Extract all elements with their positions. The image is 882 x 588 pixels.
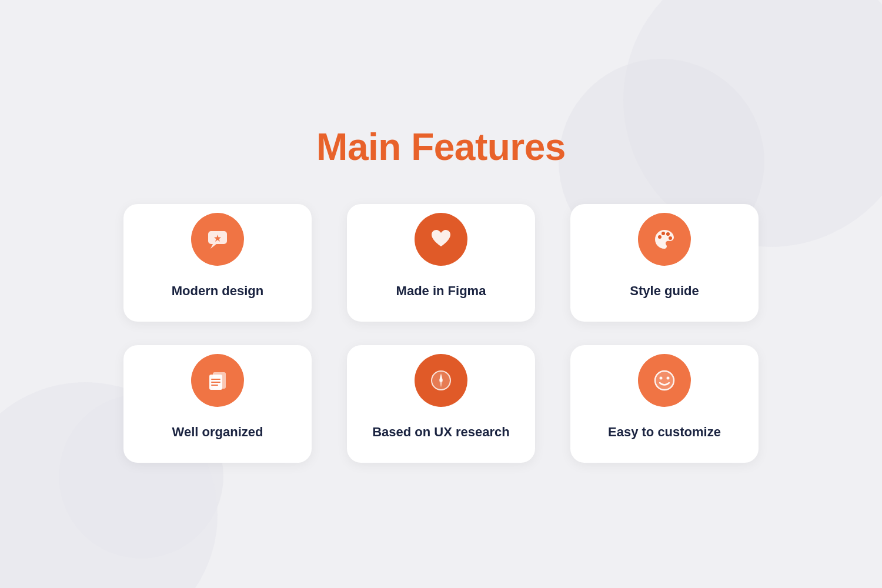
svg-point-3 (662, 232, 665, 235)
feature-card-modern-design: Modern design (123, 204, 312, 322)
feature-card-made-in-figma: Made in Figma (347, 204, 535, 322)
ux-research-icon-circle (415, 354, 467, 407)
feature-card-easy-customize: Easy to customize (570, 345, 759, 463)
svg-point-15 (655, 371, 674, 390)
style-guide-icon-circle (638, 213, 691, 266)
modern-design-icon-circle (191, 213, 244, 266)
svg-point-14 (440, 379, 443, 382)
svg-point-16 (660, 377, 663, 380)
easy-customize-label: Easy to customize (608, 423, 721, 442)
well-organized-icon-circle (191, 354, 244, 407)
sparkle-chat-icon (205, 226, 230, 252)
well-organized-label: Well organized (172, 423, 263, 442)
ux-research-label: Based on UX research (372, 423, 510, 442)
page-title: Main Features (316, 125, 566, 169)
feature-card-well-organized: Well organized (123, 345, 312, 463)
svg-point-4 (666, 232, 670, 236)
compass-icon (428, 368, 454, 393)
svg-marker-1 (211, 244, 216, 249)
svg-point-5 (669, 236, 672, 240)
feature-card-ux-research: Based on UX research (347, 345, 535, 463)
features-grid: Modern design Made in Figma (123, 204, 759, 463)
page-content: Main Features Modern design (0, 125, 882, 463)
heart-icon (428, 226, 454, 252)
modern-design-label: Modern design (172, 282, 263, 300)
made-in-figma-label: Made in Figma (396, 282, 486, 300)
svg-point-2 (658, 235, 662, 239)
files-icon (205, 368, 230, 393)
style-guide-label: Style guide (630, 282, 699, 300)
smiley-icon (652, 368, 677, 393)
made-in-figma-icon-circle (415, 213, 467, 266)
palette-icon (652, 226, 677, 252)
svg-point-17 (667, 377, 670, 380)
feature-card-style-guide: Style guide (570, 204, 759, 322)
easy-customize-icon-circle (638, 354, 691, 407)
